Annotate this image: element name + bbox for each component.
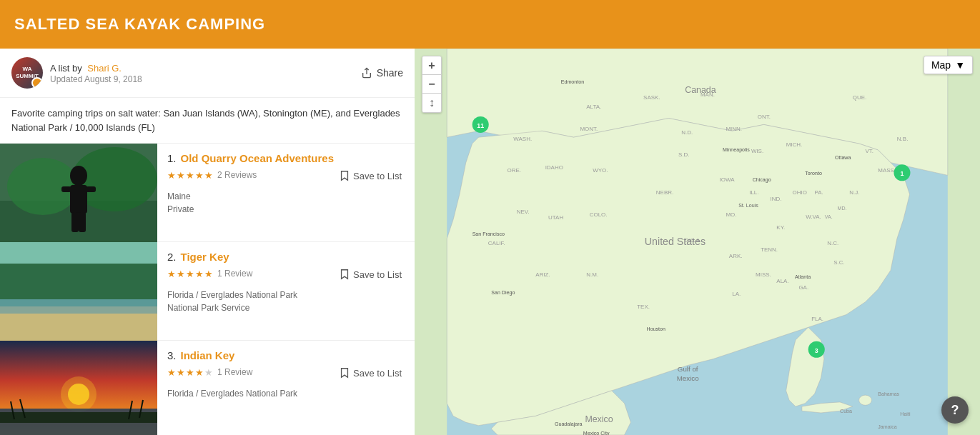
svg-text:St. Louis: St. Louis [738,203,758,209]
zoom-out-button[interactable]: − [422,75,441,94]
svg-text:FLA.: FLA. [811,316,823,322]
svg-text:SASK.: SASK. [643,94,660,101]
help-button[interactable]: ? [941,396,969,424]
save-label-3: Save to List [353,368,402,379]
svg-text:Toronto: Toronto [805,171,822,176]
svg-text:ORE.: ORE. [507,167,520,174]
stars-row-1: ★ ★ ★ ★ ★ 2 Reviews [167,170,257,181]
review-count-2: 1 Review [217,269,252,279]
main-content: WA SUMMIT A list by Shari G. Updated Aug… [0,49,980,435]
item-location-2: Florida / Everglades National Park [167,290,405,300]
stars-save-row-1: ★ ★ ★ ★ ★ 2 Reviews Save to List [167,167,405,183]
svg-text:S.D.: S.D. [678,151,690,158]
item-title-1[interactable]: Old Quarry Ocean Adventures [181,152,335,164]
svg-text:IND.: IND. [770,196,781,202]
svg-text:MONT.: MONT. [580,126,598,132]
svg-rect-5 [70,185,87,214]
svg-text:Gulf of: Gulf of [678,365,698,373]
svg-text:N.B.: N.B. [897,136,909,142]
bookmark-icon-3 [340,367,350,379]
svg-text:TENN.: TENN. [761,246,778,253]
svg-text:MINN.: MINN. [726,126,742,132]
item-image-2 [0,242,157,341]
svg-text:IDAHO: IDAHO [545,164,563,171]
svg-text:N.M.: N.M. [586,271,598,278]
save-label-1: Save to List [353,171,402,181]
author-info: WA SUMMIT A list by Shari G. Updated Aug… [11,57,142,89]
item-number-1: 1. [167,152,177,164]
map-svg: Gulf of Mexico Canada ALTA. SASK. MAN. O… [415,49,980,435]
map-type-selector[interactable]: Map ▼ [924,56,973,74]
zoom-in-button[interactable]: + [422,56,441,75]
item-location-3: Florida / Everglades National Park [167,389,405,399]
review-count-3: 1 Review [217,367,252,377]
svg-text:San Diego: San Diego [491,290,515,296]
map-panel: + − ↕ Map ▼ [415,49,980,435]
svg-rect-14 [0,299,157,314]
review-count-1: 2 Reviews [217,170,257,180]
item-header-3: 3. Indian Key [167,349,405,361]
share-icon [361,67,372,79]
item-title-3[interactable]: Indian Key [181,349,235,361]
svg-text:NEBR.: NEBR. [656,189,673,196]
stars-save-row-2: ★ ★ ★ ★ ★ 1 Review Save to List [167,266,405,281]
item-location-1: Maine [167,191,405,201]
item-image-svg-1 [0,144,157,242]
avatar-badge [31,77,43,89]
svg-text:MASS.: MASS. [878,167,896,174]
save-to-list-button-2[interactable]: Save to List [337,267,405,281]
avatar: WA SUMMIT [11,57,43,89]
svg-text:LA.: LA. [732,291,741,297]
item-image-svg-3 [0,341,157,435]
list-description: Favorite camping trips on salt water: Sa… [0,98,415,144]
svg-text:OHIO: OHIO [793,189,807,196]
svg-point-29 [859,395,872,405]
svg-text:MICH.: MICH. [786,141,803,148]
updated-text: Updated August 9, 2018 [50,74,142,84]
svg-text:1: 1 [900,170,904,177]
share-label: Share [377,67,403,79]
svg-point-17 [61,376,96,412]
svg-text:TEX.: TEX. [637,304,650,310]
svg-text:ARK.: ARK. [729,253,743,259]
save-to-list-button-3[interactable]: Save to List [337,366,405,380]
svg-point-4 [70,166,87,186]
svg-text:MAN.: MAN. [701,91,715,98]
stars-row-2: ★ ★ ★ ★ ★ 1 Review [167,269,252,279]
svg-text:WASH.: WASH. [513,136,532,142]
svg-rect-12 [0,264,157,299]
save-to-list-button-1[interactable]: Save to List [337,169,405,183]
list-item-3: 3. Indian Key ★ ★ ★ ★ ★ 1 Review [0,341,415,435]
svg-text:KY.: KY. [776,224,785,231]
svg-text:N.D.: N.D. [681,129,693,136]
svg-text:Houston: Houston [647,326,665,332]
svg-text:QUE.: QUE. [853,94,866,101]
svg-text:Mexico City: Mexico City [583,431,610,435]
list-item-2: 2. Tiger Key ★ ★ ★ ★ ★ 1 Review [0,242,415,341]
svg-text:Minneapolis: Minneapolis [723,147,750,153]
svg-rect-8 [71,212,79,232]
meta-text: A list by Shari G. Updated August 9, 201… [50,61,142,84]
share-button[interactable]: Share [361,67,403,79]
svg-text:ILL.: ILL. [749,189,758,196]
reset-zoom-button[interactable]: ↕ [422,94,441,112]
author-link[interactable]: Shari G. [87,63,122,74]
item-title-2[interactable]: Tiger Key [181,251,229,263]
list-meta: WA SUMMIT A list by Shari G. Updated Aug… [0,49,415,98]
item-header-2: 2. Tiger Key [167,251,405,263]
stars-save-row-3: ★ ★ ★ ★ ★ 1 Review Save to List [167,364,405,380]
map-type-label: Map [931,59,951,71]
svg-text:VA.: VA. [825,214,833,220]
svg-text:GA.: GA. [798,284,808,291]
svg-text:PA.: PA. [815,189,823,196]
item-content-1: 1. Old Quarry Ocean Adventures ★ ★ ★ ★ ★… [157,144,415,241]
svg-text:IOWA: IOWA [720,176,736,183]
svg-text:COLO.: COLO. [590,211,608,218]
item-sublocation-2: National Park Service [167,303,405,313]
svg-text:Bahamas: Bahamas [878,391,899,397]
svg-text:ALTA.: ALTA. [586,104,601,110]
svg-text:Jamaica: Jamaica [878,424,896,430]
svg-rect-6 [61,186,71,192]
map-type-chevron-icon: ▼ [955,59,965,71]
svg-text:Chicago: Chicago [753,177,771,183]
